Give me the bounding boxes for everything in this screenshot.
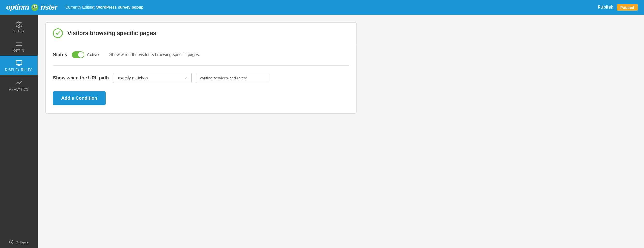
chevron-down-icon	[184, 76, 188, 80]
match-condition-select[interactable]: exactly matches contains starts with end…	[113, 73, 181, 83]
active-status-text: Active	[87, 52, 99, 57]
sidebar: SETUP OPTIN DISPLAY RULES ANALYTICS	[0, 15, 38, 248]
editing-name: WordPress survey popup	[96, 5, 143, 9]
checkmark-icon	[55, 30, 61, 36]
app-header: optinm nster Curren	[0, 0, 644, 15]
sidebar-item-analytics[interactable]: ANALYTICS	[0, 75, 38, 94]
url-value-input[interactable]	[196, 73, 268, 83]
card-body: Status: Active Show when the visitor is …	[46, 44, 356, 113]
status-row: Status: Active Show when the visitor is …	[53, 51, 349, 66]
publish-button[interactable]: Publish	[598, 5, 613, 10]
svg-rect-9	[36, 9, 36, 9]
active-toggle[interactable]	[72, 51, 84, 58]
sidebar-item-setup-label: SETUP	[13, 30, 25, 33]
sidebar-item-display-rules[interactable]: DISPLAY RULES	[0, 56, 38, 75]
svg-rect-14	[16, 60, 22, 64]
url-rule-row: Show when the URL path exactly matches c…	[53, 73, 349, 83]
add-condition-button[interactable]: Add a Condition	[53, 91, 106, 105]
main-content: Visitors browsing specific pages Status:…	[38, 15, 644, 248]
svg-point-6	[36, 6, 36, 7]
sidebar-item-optin[interactable]: OPTIN	[0, 36, 38, 56]
logo-monster-icon	[31, 4, 39, 11]
editing-prefix: Currently Editing:	[65, 5, 95, 9]
svg-point-10	[18, 24, 20, 26]
svg-point-3	[33, 6, 34, 8]
monitor-icon	[16, 60, 22, 66]
collapse-icon	[9, 240, 14, 244]
sidebar-item-setup[interactable]: SETUP	[0, 17, 38, 36]
svg-rect-7	[33, 9, 34, 9]
match-select-wrapper: exactly matches contains starts with end…	[113, 73, 192, 83]
logo-text: optinm nster	[6, 3, 57, 12]
menu-icon	[16, 40, 22, 47]
collapse-label: Collapse	[15, 240, 29, 244]
display-rules-card: Visitors browsing specific pages Status:…	[45, 22, 357, 114]
url-rule-label: Show when the URL path	[53, 75, 109, 81]
app-layout: SETUP OPTIN DISPLAY RULES ANALYTICS	[0, 15, 644, 248]
card-title: Visitors browsing specific pages	[67, 30, 156, 37]
svg-point-0	[31, 4, 38, 11]
toggle-knob	[78, 52, 84, 58]
collapse-button[interactable]: Collapse	[0, 236, 38, 248]
svg-point-4	[35, 6, 37, 8]
toggle-wrapper: Active	[72, 51, 99, 58]
select-arrow-button[interactable]	[181, 73, 192, 83]
sidebar-item-analytics-label: ANALYTICS	[9, 88, 29, 91]
gear-icon	[16, 21, 22, 28]
card-header: Visitors browsing specific pages	[46, 23, 356, 44]
svg-rect-8	[34, 9, 35, 9]
svg-point-5	[34, 6, 34, 7]
sidebar-item-display-rules-label: DISPLAY RULES	[5, 68, 33, 72]
paused-badge: Paused	[617, 4, 638, 11]
status-description: Show when the visitor is browsing specif…	[109, 52, 200, 57]
check-circle-icon	[53, 28, 63, 38]
chart-icon	[16, 79, 22, 86]
header-actions: Publish Paused	[598, 4, 638, 11]
status-label: Status:	[53, 52, 69, 58]
logo: optinm nster	[6, 3, 57, 12]
editing-info: Currently Editing: WordPress survey popu…	[65, 5, 143, 9]
sidebar-item-optin-label: OPTIN	[13, 49, 24, 52]
